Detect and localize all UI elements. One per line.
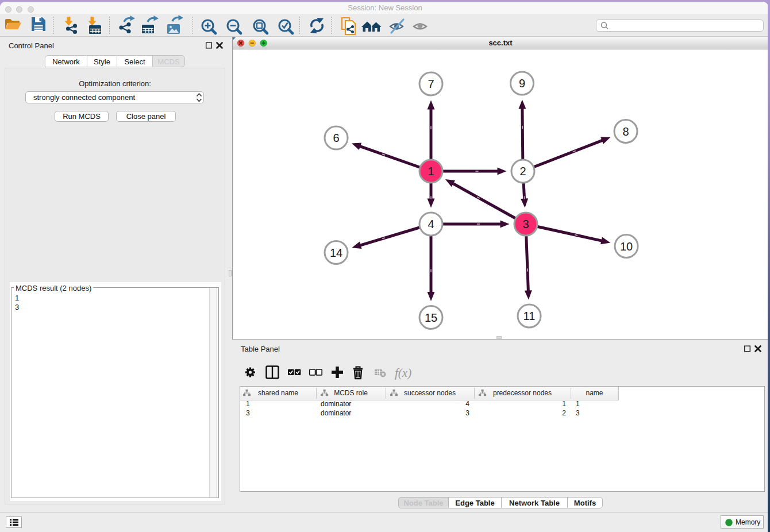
svg-text:f(x): f(x) — [395, 366, 411, 380]
svg-text:14: 14 — [330, 246, 342, 259]
svg-text:10: 10 — [620, 240, 633, 253]
svg-text:4: 4 — [428, 218, 434, 230]
svg-text:15: 15 — [425, 311, 437, 324]
svg-text:8: 8 — [622, 125, 629, 138]
svg-text:7: 7 — [428, 78, 434, 90]
svg-text:3: 3 — [522, 218, 529, 230]
svg-text:2: 2 — [519, 165, 526, 178]
svg-text:1: 1 — [428, 165, 434, 178]
svg-text:9: 9 — [519, 77, 525, 90]
svg-text:6: 6 — [333, 132, 339, 144]
svg-text:11: 11 — [523, 310, 536, 322]
